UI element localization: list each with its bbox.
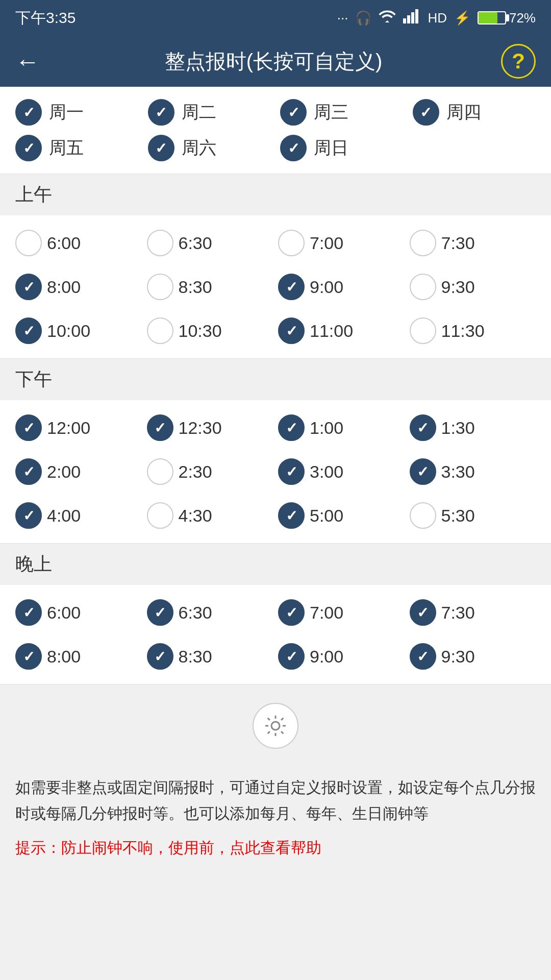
time-item[interactable]: 8:00 bbox=[15, 639, 142, 674]
time-item[interactable]: 11:00 bbox=[278, 313, 405, 348]
day-checkbox-周三 bbox=[280, 99, 307, 126]
day-item-周四[interactable]: 周四 bbox=[413, 99, 536, 126]
time-item[interactable]: 6:00 bbox=[15, 595, 142, 630]
time-checkbox bbox=[410, 274, 436, 300]
time-item[interactable]: 10:00 bbox=[15, 313, 142, 348]
time-checkbox bbox=[147, 599, 173, 626]
time-item[interactable]: 9:00 bbox=[278, 270, 405, 304]
time-checkbox bbox=[15, 458, 42, 485]
time-item[interactable]: 9:30 bbox=[410, 639, 536, 674]
time-item[interactable]: 7:30 bbox=[410, 595, 536, 630]
time-item[interactable]: 6:30 bbox=[147, 595, 273, 630]
time-label: 6:30 bbox=[179, 603, 212, 623]
time-checkbox bbox=[147, 643, 173, 670]
time-checkbox bbox=[15, 317, 42, 344]
time-item[interactable]: 1:00 bbox=[278, 410, 405, 445]
time-item[interactable]: 7:00 bbox=[278, 226, 405, 260]
time-item[interactable]: 7:00 bbox=[278, 595, 405, 630]
battery-indicator: 72% bbox=[478, 10, 536, 26]
time-item[interactable]: 4:30 bbox=[147, 498, 273, 533]
day-item-周一[interactable]: 周一 bbox=[15, 99, 139, 126]
time-checkbox bbox=[410, 599, 436, 626]
settings-area bbox=[0, 684, 551, 764]
time-item[interactable]: 12:00 bbox=[15, 410, 142, 445]
day-checkbox-周一 bbox=[15, 99, 42, 126]
morning-time-grid: 6:00 6:30 7:00 7:30 8:00 8:30 9:00 bbox=[0, 215, 551, 358]
time-item[interactable]: 3:00 bbox=[278, 454, 405, 489]
time-label: 10:30 bbox=[179, 321, 222, 341]
signal-dots-icon: ··· bbox=[337, 10, 348, 26]
gear-icon bbox=[263, 714, 288, 738]
time-checkbox bbox=[15, 643, 42, 670]
time-item[interactable]: 8:00 bbox=[15, 270, 142, 304]
time-checkbox bbox=[147, 502, 173, 529]
time-label: 5:00 bbox=[310, 506, 343, 526]
wifi-icon bbox=[379, 9, 396, 27]
day-label: 周三 bbox=[314, 101, 348, 124]
time-item[interactable]: 2:00 bbox=[15, 454, 142, 489]
time-item[interactable]: 9:30 bbox=[410, 270, 536, 304]
day-label: 周日 bbox=[314, 136, 348, 160]
time-item[interactable]: 6:30 bbox=[147, 226, 273, 260]
time-item[interactable]: 2:30 bbox=[147, 454, 273, 489]
time-item[interactable]: 7:30 bbox=[410, 226, 536, 260]
time-checkbox bbox=[278, 502, 305, 529]
time-label: 8:00 bbox=[47, 277, 81, 297]
time-label: 4:00 bbox=[47, 506, 81, 526]
day-item-周二[interactable]: 周二 bbox=[148, 99, 271, 126]
time-label: 6:00 bbox=[47, 233, 81, 253]
time-label: 6:00 bbox=[47, 603, 81, 623]
time-item[interactable]: 10:30 bbox=[147, 313, 273, 348]
day-item-周六[interactable]: 周六 bbox=[148, 135, 271, 161]
time-checkbox bbox=[15, 230, 42, 256]
time-item[interactable]: 3:30 bbox=[410, 454, 536, 489]
time-label: 9:30 bbox=[441, 647, 475, 667]
day-checkbox-周日 bbox=[280, 135, 307, 161]
time-label: 7:30 bbox=[441, 233, 475, 253]
time-checkbox bbox=[147, 317, 173, 344]
time-item[interactable]: 12:30 bbox=[147, 410, 273, 445]
svg-rect-3 bbox=[415, 9, 418, 23]
afternoon-time-grid: 12:00 12:30 1:00 1:30 2:00 2:30 3:00 bbox=[0, 400, 551, 543]
time-checkbox bbox=[410, 458, 436, 485]
time-label: 12:30 bbox=[179, 418, 222, 438]
day-item-周三[interactable]: 周三 bbox=[280, 99, 404, 126]
time-label: 10:00 bbox=[47, 321, 90, 341]
time-item[interactable]: 9:00 bbox=[278, 639, 405, 674]
time-item[interactable]: 4:00 bbox=[15, 498, 142, 533]
day-label: 周六 bbox=[182, 136, 216, 160]
time-item[interactable]: 8:30 bbox=[147, 639, 273, 674]
time-label: 7:00 bbox=[310, 603, 343, 623]
time-label: 2:00 bbox=[47, 462, 81, 482]
day-label: 周五 bbox=[49, 136, 84, 160]
settings-button[interactable] bbox=[253, 703, 298, 749]
time-label: 2:30 bbox=[179, 462, 212, 482]
help-button[interactable]: ? bbox=[501, 44, 536, 79]
time-label: 9:30 bbox=[441, 277, 475, 297]
time-label: 8:30 bbox=[179, 647, 212, 667]
day-item-周日[interactable]: 周日 bbox=[280, 135, 404, 161]
time-label: 11:00 bbox=[310, 321, 353, 341]
time-item[interactable]: 5:30 bbox=[410, 498, 536, 533]
time-label: 4:30 bbox=[179, 506, 212, 526]
time-item[interactable]: 6:00 bbox=[15, 226, 142, 260]
time-item[interactable]: 5:00 bbox=[278, 498, 405, 533]
svg-point-4 bbox=[271, 722, 280, 730]
time-item[interactable]: 11:30 bbox=[410, 313, 536, 348]
time-checkbox bbox=[147, 414, 173, 441]
time-label: 8:30 bbox=[179, 277, 212, 297]
time-checkbox bbox=[15, 599, 42, 626]
back-button[interactable]: ← bbox=[15, 47, 46, 76]
help-tip[interactable]: 提示：防止闹钟不响，使用前，点此查看帮助 bbox=[15, 835, 536, 861]
time-item[interactable]: 8:30 bbox=[147, 270, 273, 304]
svg-rect-1 bbox=[407, 15, 410, 23]
day-item-周五[interactable]: 周五 bbox=[15, 135, 139, 161]
day-checkbox-周六 bbox=[148, 135, 174, 161]
time-item[interactable]: 1:30 bbox=[410, 410, 536, 445]
time-checkbox bbox=[15, 502, 42, 529]
time-checkbox bbox=[410, 502, 436, 529]
day-label: 周一 bbox=[49, 101, 84, 124]
time-checkbox bbox=[410, 643, 436, 670]
time-checkbox bbox=[278, 274, 305, 300]
time-label: 3:00 bbox=[310, 462, 343, 482]
